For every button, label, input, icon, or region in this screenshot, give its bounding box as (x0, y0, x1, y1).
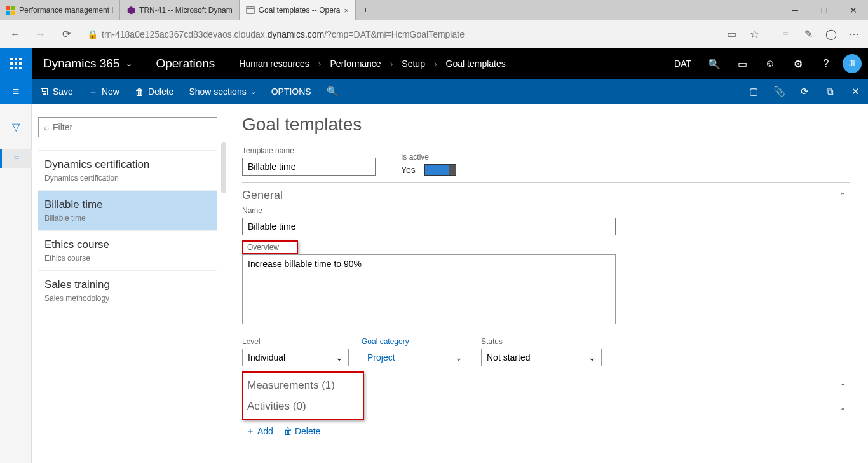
close-icon[interactable]: ✕ (843, 79, 868, 104)
share-icon[interactable]: ◯ (820, 23, 843, 46)
refresh-button[interactable]: ⟳ (53, 22, 79, 47)
delete-sub-button[interactable]: 🗑Delete (283, 425, 320, 437)
sections-group: Measurements (1) Activities (0) (242, 371, 364, 420)
left-rail: ▽ ≡ (0, 104, 32, 463)
maximize-button[interactable]: □ (810, 0, 839, 20)
app-icon (246, 6, 255, 15)
close-window-button[interactable]: ✕ (839, 0, 868, 20)
office-icon[interactable]: ▢ (741, 79, 766, 104)
reading-view-icon[interactable]: ▭ (720, 23, 743, 46)
save-button[interactable]: 🖫Save (32, 79, 81, 104)
is-active-text: Yes (401, 165, 416, 175)
breadcrumb-item[interactable]: Goal templates (446, 59, 506, 69)
browser-tab-1[interactable]: TRN-41 -- Microsoft Dynam (120, 0, 240, 20)
filter-input[interactable] (53, 122, 212, 132)
options-button[interactable]: OPTIONS (264, 79, 319, 104)
window-controls: ─ □ ✕ (780, 0, 868, 20)
trash-icon: 🗑 (283, 426, 292, 436)
nav-toggle-button[interactable]: ≡ (0, 79, 32, 104)
plus-icon: ＋ (88, 86, 98, 98)
search-icon[interactable]: 🔍 (700, 48, 728, 79)
list-item[interactable]: Ethics course Ethics course (38, 230, 217, 270)
search-icon: 🔍 (327, 86, 339, 97)
minimize-button[interactable]: ─ (780, 0, 810, 20)
plus-icon: ＋ (246, 425, 255, 437)
help-icon[interactable]: ? (812, 48, 840, 79)
is-active-toggle[interactable] (424, 164, 456, 176)
browser-tab-label: Performance management i (19, 6, 113, 15)
search-icon: ⌕ (44, 122, 49, 132)
list-icon[interactable]: ≡ (0, 149, 32, 168)
activities-section-header[interactable]: Activities (0) (247, 396, 359, 417)
breadcrumb-item[interactable]: Setup (402, 59, 425, 69)
template-name-input[interactable] (242, 158, 376, 176)
save-icon: 🖫 (39, 86, 49, 97)
chevron-up-icon[interactable]: ⌃ (839, 406, 850, 420)
gear-icon[interactable]: ⚙ (784, 48, 812, 79)
company-picker[interactable]: DAT (665, 59, 700, 69)
measurements-section-header[interactable]: Measurements (1) (247, 375, 359, 396)
add-button[interactable]: ＋Add (246, 425, 273, 437)
overview-label: Overview (242, 240, 298, 254)
list-item[interactable]: Dynamics certification Dynamics certific… (38, 150, 217, 190)
forward-button[interactable]: → (28, 22, 53, 47)
goal-category-label[interactable]: Goal category (362, 337, 468, 346)
status-label: Status (481, 337, 602, 346)
level-select[interactable]: Individual ⌄ (242, 349, 349, 366)
browser-tab-strip: Performance management i TRN-41 -- Micro… (0, 0, 868, 20)
page-title: Goal templates (242, 114, 850, 135)
browser-tab-label: Goal templates -- Opera (259, 6, 341, 15)
browser-tab-0[interactable]: Performance management i (0, 0, 120, 20)
filter-input-wrapper[interactable]: ⌕ (38, 117, 217, 137)
chevron-down-icon: ⌄ (336, 352, 343, 363)
list-panel: ⌕ Dynamics certification Dynamics certif… (32, 104, 224, 463)
delete-button[interactable]: 🗑Delete (127, 79, 181, 104)
more-icon[interactable]: ⋯ (843, 23, 865, 46)
feedback-icon[interactable]: ☺ (756, 48, 784, 79)
chevron-up-icon: ⌃ (839, 191, 850, 200)
refresh-icon[interactable]: ⟳ (792, 79, 817, 104)
browser-tab-2[interactable]: Goal templates -- Opera × (240, 0, 356, 20)
new-tab-button[interactable]: + (356, 0, 376, 20)
search-action[interactable]: 🔍 (319, 79, 346, 104)
browser-tab-label: TRN-41 -- Microsoft Dynam (139, 6, 233, 15)
chevron-down-icon: ⌄ (455, 352, 463, 363)
avatar[interactable]: JI (843, 54, 862, 73)
breadcrumb: Human resources › Performance › Setup › … (226, 48, 518, 79)
goal-category-select[interactable]: Project ⌄ (362, 349, 468, 366)
messages-icon[interactable]: ▭ (728, 48, 756, 79)
show-sections-button[interactable]: Show sections⌄ (181, 79, 263, 104)
notes-icon[interactable]: ✎ (797, 23, 820, 46)
chevron-down-icon: ⌄ (250, 88, 256, 96)
favorite-icon[interactable]: ☆ (743, 23, 766, 46)
svg-rect-4 (247, 7, 254, 14)
attach-icon[interactable]: 📎 (766, 79, 792, 104)
list-item[interactable]: Billable time Billable time (38, 190, 217, 230)
windows-icon (6, 6, 15, 15)
popout-icon[interactable]: ⧉ (817, 79, 843, 104)
address-bar: ← → ⟳ 🔒 trn-418a0e125ac367cd83devaos.clo… (0, 20, 868, 48)
chevron-down-icon: ⌄ (126, 59, 132, 68)
overview-textarea[interactable] (242, 254, 616, 324)
url-display[interactable]: trn-418a0e125ac367cd83devaos.cloudax.dyn… (102, 29, 720, 39)
chevron-down-icon[interactable]: ⌄ (839, 378, 850, 387)
list-item[interactable]: Sales training Sales methodology (38, 270, 217, 310)
separator (83, 27, 83, 41)
trash-icon: 🗑 (135, 86, 144, 97)
waffle-icon (10, 58, 22, 69)
filter-icon[interactable]: ▽ (6, 117, 25, 136)
svg-rect-3 (11, 11, 15, 15)
vsts-icon (126, 6, 135, 15)
new-button[interactable]: ＋New (81, 79, 127, 104)
template-name-label: Template name (242, 146, 376, 155)
brand-menu[interactable]: Dynamics 365 ⌄ (32, 48, 144, 79)
name-input[interactable] (242, 218, 616, 235)
general-section-header[interactable]: General ⌃ (242, 182, 850, 206)
breadcrumb-item[interactable]: Performance (330, 59, 381, 69)
app-launcher-button[interactable] (0, 48, 32, 79)
close-icon[interactable]: × (344, 6, 349, 15)
breadcrumb-item[interactable]: Human resources (239, 59, 309, 69)
hub-icon[interactable]: ≡ (774, 23, 797, 46)
status-select[interactable]: Not started ⌄ (481, 349, 602, 366)
back-button[interactable]: ← (3, 22, 28, 47)
